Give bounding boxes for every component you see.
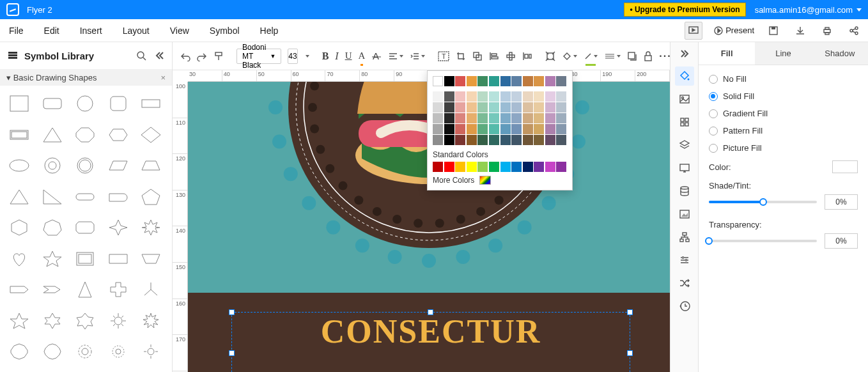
shape-star5b[interactable] — [4, 307, 35, 335]
color-swatch-item[interactable] — [455, 135, 465, 145]
color-swatch-item[interactable] — [477, 162, 488, 172]
menu-layout[interactable]: Layout — [123, 26, 150, 36]
close-icon[interactable]: × — [160, 73, 166, 82]
color-swatch-item[interactable] — [534, 113, 544, 123]
color-swatch-item[interactable] — [455, 124, 465, 134]
color-swatch-item[interactable] — [556, 135, 566, 145]
shape-parallelogram[interactable] — [103, 151, 134, 180]
underline-button[interactable]: U — [345, 48, 352, 65]
transparency-value[interactable]: 0% — [825, 233, 858, 249]
color-swatch-item[interactable] — [534, 102, 544, 112]
shape-trap-down[interactable] — [136, 245, 166, 273]
panel-image-icon[interactable] — [675, 89, 694, 109]
text-selection[interactable]: CONSECTUR — [231, 312, 630, 372]
color-swatch-item[interactable] — [545, 113, 555, 123]
shape-square[interactable] — [4, 89, 35, 118]
color-swatch-item[interactable] — [500, 135, 511, 145]
color-swatch-item[interactable] — [511, 113, 522, 123]
shape-tripod[interactable] — [136, 275, 166, 304]
shape-double-rect[interactable] — [4, 121, 35, 149]
color-swatch-item[interactable] — [534, 162, 544, 172]
shape-ring[interactable] — [70, 151, 100, 180]
panel-layers-icon[interactable] — [675, 136, 694, 155]
color-swatch-item[interactable] — [511, 162, 522, 172]
shade-value[interactable]: 0% — [825, 194, 858, 210]
color-swatch-item[interactable] — [500, 162, 511, 172]
color-swatch-item[interactable] — [556, 91, 566, 102]
shape-rectangle[interactable] — [136, 89, 166, 118]
italic-button[interactable]: I — [335, 48, 338, 65]
color-swatch-item[interactable] — [500, 102, 511, 112]
line-style-button[interactable] — [604, 48, 621, 65]
color-swatch-item[interactable] — [545, 76, 555, 86]
color-swatch-item[interactable] — [467, 76, 477, 86]
more-colors-button[interactable]: More Colors — [433, 176, 567, 185]
color-swatch-item[interactable] — [433, 124, 443, 134]
shape-cog[interactable] — [136, 337, 166, 366]
color-swatch-item[interactable] — [556, 124, 566, 134]
color-swatch-item[interactable] — [523, 124, 533, 134]
upgrade-button[interactable]: • Upgrade to Premium Version — [624, 3, 745, 17]
shape-pill[interactable] — [70, 183, 100, 211]
color-swatch-item[interactable] — [523, 76, 533, 86]
color-swatch-item[interactable] — [467, 113, 477, 123]
shape-rounded-square[interactable] — [103, 89, 134, 118]
font-select[interactable]: Bodoni MT Black▼ — [236, 49, 281, 64]
shadow-button[interactable] — [627, 48, 637, 65]
radio-picture-fill[interactable]: Picture Fill — [709, 143, 858, 153]
color-swatch-item[interactable] — [455, 91, 465, 102]
radio-solid-fill[interactable]: Solid Fill — [709, 91, 858, 101]
radio-gradient-fill[interactable]: Gradient Fill — [709, 109, 858, 118]
color-swatch-item[interactable] — [444, 76, 454, 86]
user-menu[interactable]: salma.amin16@gmail.com — [755, 5, 862, 15]
section-header-basic-shapes[interactable]: ▾ Basic Drawing Shapes × — [0, 69, 172, 86]
shape-triangle-tall[interactable] — [70, 275, 100, 304]
color-swatch-item[interactable] — [489, 162, 499, 172]
tab-shadow[interactable]: Shadow — [812, 42, 868, 65]
color-swatch-item[interactable] — [489, 113, 499, 123]
color-swatch-item[interactable] — [534, 76, 544, 86]
format-painter-button[interactable] — [213, 48, 224, 65]
shape-half-pill[interactable] — [103, 183, 134, 211]
handle-ne[interactable] — [627, 309, 633, 315]
shape-star8[interactable] — [136, 213, 166, 242]
font-size-input[interactable]: 43 — [288, 49, 297, 64]
menu-help[interactable]: Help — [260, 26, 279, 36]
shape-star5[interactable] — [37, 245, 68, 273]
shape-ellipse[interactable] — [4, 151, 35, 180]
color-swatch[interactable] — [832, 160, 858, 173]
color-swatch-item[interactable] — [523, 135, 533, 145]
color-swatch-item[interactable] — [467, 135, 477, 145]
menu-symbol[interactable]: Symbol — [210, 26, 240, 36]
color-swatch-item[interactable] — [523, 102, 533, 112]
color-swatch-item[interactable] — [477, 135, 488, 145]
align-button[interactable] — [388, 48, 403, 65]
tab-line[interactable]: Line — [755, 42, 811, 65]
save-button[interactable] — [766, 23, 781, 38]
shape-right-triangle[interactable] — [37, 183, 68, 211]
undo-button[interactable] — [180, 48, 190, 65]
color-swatch-item[interactable] — [433, 76, 443, 86]
color-swatch-item[interactable] — [500, 124, 511, 134]
color-swatch-item[interactable] — [433, 113, 443, 123]
color-swatch-item[interactable] — [477, 113, 488, 123]
download-button[interactable] — [793, 23, 808, 38]
crop-button[interactable] — [456, 48, 466, 65]
font-size-caret[interactable] — [304, 48, 309, 65]
color-swatch-item[interactable] — [545, 102, 555, 112]
resize-button[interactable] — [545, 48, 555, 65]
color-swatch-item[interactable] — [455, 76, 465, 86]
shape-gear2[interactable] — [103, 337, 134, 366]
transparency-slider[interactable] — [709, 240, 817, 242]
color-swatch-item[interactable] — [489, 102, 499, 112]
color-swatch-item[interactable] — [511, 76, 522, 86]
color-swatch-item[interactable] — [489, 135, 499, 145]
color-swatch-item[interactable] — [556, 76, 566, 86]
shape-star4[interactable] — [103, 213, 134, 242]
color-swatch-item[interactable] — [511, 124, 522, 134]
panel-shuffle-icon[interactable] — [675, 274, 694, 293]
panel-screen-icon[interactable] — [675, 159, 694, 178]
color-swatch-item[interactable] — [556, 102, 566, 112]
shape-burst[interactable] — [103, 307, 134, 335]
panel-fill-icon[interactable] — [675, 66, 694, 86]
